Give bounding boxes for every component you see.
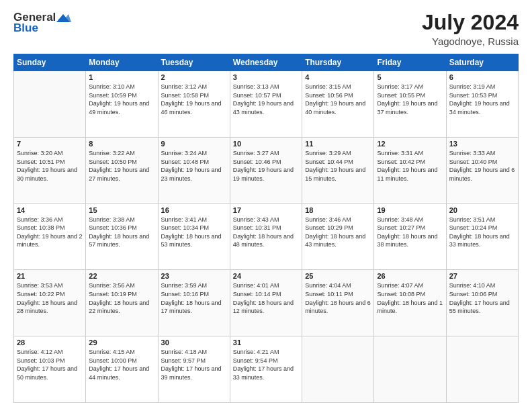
cell-sun-info: Sunrise: 3:41 AM Sunset: 10:34 PM Daylig… bbox=[161, 216, 227, 249]
cell-sun-info: Sunrise: 4:10 AM Sunset: 10:06 PM Daylig… bbox=[449, 281, 515, 315]
cell-sun-info: Sunrise: 4:07 AM Sunset: 10:08 PM Daylig… bbox=[377, 281, 443, 315]
day-number: 2 bbox=[161, 73, 227, 81]
week-row-3: 14Sunrise: 3:36 AM Sunset: 10:38 PM Dayl… bbox=[14, 203, 519, 270]
cell-sun-info: Sunrise: 3:51 AM Sunset: 10:24 PM Daylig… bbox=[449, 216, 515, 249]
calendar-cell: 24Sunrise: 4:01 AM Sunset: 10:14 PM Dayl… bbox=[230, 270, 302, 336]
day-number: 6 bbox=[449, 73, 515, 81]
calendar-cell bbox=[302, 336, 374, 403]
day-number: 7 bbox=[17, 140, 83, 148]
week-row-1: 1Sunrise: 3:10 AM Sunset: 10:59 PM Dayli… bbox=[14, 71, 519, 138]
day-number: 5 bbox=[377, 73, 443, 81]
day-number: 1 bbox=[89, 73, 154, 81]
day-number: 20 bbox=[449, 206, 515, 214]
day-number: 26 bbox=[377, 272, 443, 280]
day-number: 14 bbox=[17, 206, 83, 214]
day-number: 17 bbox=[233, 206, 299, 214]
page: General Blue July 2024 Yagodnoye, Russia… bbox=[0, 0, 532, 411]
logo-icon bbox=[56, 13, 71, 24]
calendar-cell: 29Sunrise: 4:15 AM Sunset: 10:00 PM Dayl… bbox=[86, 336, 158, 403]
cell-sun-info: Sunrise: 3:33 AM Sunset: 10:40 PM Daylig… bbox=[449, 149, 515, 183]
cell-sun-info: Sunrise: 4:12 AM Sunset: 10:03 PM Daylig… bbox=[17, 348, 83, 381]
cell-sun-info: Sunrise: 3:15 AM Sunset: 10:56 PM Daylig… bbox=[305, 83, 371, 116]
logo-blue-text: Blue bbox=[13, 21, 38, 35]
day-number: 3 bbox=[233, 73, 299, 81]
cell-sun-info: Sunrise: 3:48 AM Sunset: 10:27 PM Daylig… bbox=[377, 216, 443, 249]
calendar-cell: 21Sunrise: 3:53 AM Sunset: 10:22 PM Dayl… bbox=[14, 270, 86, 336]
calendar-cell: 4Sunrise: 3:15 AM Sunset: 10:56 PM Dayli… bbox=[302, 71, 374, 138]
calendar-cell: 11Sunrise: 3:29 AM Sunset: 10:44 PM Dayl… bbox=[302, 137, 374, 203]
day-number: 10 bbox=[233, 140, 299, 148]
cell-sun-info: Sunrise: 4:21 AM Sunset: 9:54 PM Dayligh… bbox=[233, 348, 299, 381]
cell-sun-info: Sunrise: 3:27 AM Sunset: 10:46 PM Daylig… bbox=[233, 149, 299, 183]
cell-sun-info: Sunrise: 3:13 AM Sunset: 10:57 PM Daylig… bbox=[233, 83, 299, 116]
day-number: 13 bbox=[449, 140, 515, 148]
col-monday: Monday bbox=[86, 54, 158, 71]
calendar-cell bbox=[14, 71, 86, 138]
col-thursday: Thursday bbox=[302, 54, 374, 71]
cell-sun-info: Sunrise: 3:59 AM Sunset: 10:16 PM Daylig… bbox=[161, 281, 227, 315]
month-year: July 2024 bbox=[422, 11, 519, 34]
calendar-cell: 3Sunrise: 3:13 AM Sunset: 10:57 PM Dayli… bbox=[230, 71, 302, 138]
calendar-cell: 13Sunrise: 3:33 AM Sunset: 10:40 PM Dayl… bbox=[446, 137, 518, 203]
calendar-cell: 9Sunrise: 3:24 AM Sunset: 10:48 PM Dayli… bbox=[158, 137, 230, 203]
day-number: 24 bbox=[233, 272, 299, 280]
calendar-cell: 19Sunrise: 3:48 AM Sunset: 10:27 PM Dayl… bbox=[374, 203, 446, 270]
cell-sun-info: Sunrise: 3:46 AM Sunset: 10:29 PM Daylig… bbox=[305, 216, 371, 249]
day-number: 18 bbox=[305, 206, 371, 214]
calendar-cell: 28Sunrise: 4:12 AM Sunset: 10:03 PM Dayl… bbox=[14, 336, 86, 403]
calendar-header-row: Sunday Monday Tuesday Wednesday Thursday… bbox=[14, 54, 519, 71]
cell-sun-info: Sunrise: 3:17 AM Sunset: 10:55 PM Daylig… bbox=[377, 83, 443, 116]
calendar-cell: 6Sunrise: 3:19 AM Sunset: 10:53 PM Dayli… bbox=[446, 71, 518, 138]
cell-sun-info: Sunrise: 3:29 AM Sunset: 10:44 PM Daylig… bbox=[305, 149, 371, 183]
cell-sun-info: Sunrise: 3:20 AM Sunset: 10:51 PM Daylig… bbox=[17, 149, 83, 183]
calendar-cell: 26Sunrise: 4:07 AM Sunset: 10:08 PM Dayl… bbox=[374, 270, 446, 336]
week-row-4: 21Sunrise: 3:53 AM Sunset: 10:22 PM Dayl… bbox=[14, 270, 519, 336]
calendar-cell: 7Sunrise: 3:20 AM Sunset: 10:51 PM Dayli… bbox=[14, 137, 86, 203]
day-number: 23 bbox=[161, 272, 227, 280]
cell-sun-info: Sunrise: 3:24 AM Sunset: 10:48 PM Daylig… bbox=[161, 149, 227, 183]
day-number: 27 bbox=[449, 272, 515, 280]
calendar-cell: 8Sunrise: 3:22 AM Sunset: 10:50 PM Dayli… bbox=[86, 137, 158, 203]
cell-sun-info: Sunrise: 4:18 AM Sunset: 9:57 PM Dayligh… bbox=[161, 348, 227, 381]
day-number: 21 bbox=[17, 272, 83, 280]
day-number: 4 bbox=[305, 73, 371, 81]
day-number: 8 bbox=[89, 140, 154, 148]
calendar-cell: 14Sunrise: 3:36 AM Sunset: 10:38 PM Dayl… bbox=[14, 203, 86, 270]
cell-sun-info: Sunrise: 3:19 AM Sunset: 10:53 PM Daylig… bbox=[449, 83, 515, 116]
calendar-cell: 31Sunrise: 4:21 AM Sunset: 9:54 PM Dayli… bbox=[230, 336, 302, 403]
day-number: 11 bbox=[305, 140, 371, 148]
cell-sun-info: Sunrise: 3:43 AM Sunset: 10:31 PM Daylig… bbox=[233, 216, 299, 249]
calendar-cell: 20Sunrise: 3:51 AM Sunset: 10:24 PM Dayl… bbox=[446, 203, 518, 270]
calendar-cell: 12Sunrise: 3:31 AM Sunset: 10:42 PM Dayl… bbox=[374, 137, 446, 203]
location: Yagodnoye, Russia bbox=[422, 36, 519, 47]
day-number: 29 bbox=[89, 338, 154, 347]
cell-sun-info: Sunrise: 3:31 AM Sunset: 10:42 PM Daylig… bbox=[377, 149, 443, 183]
week-row-5: 28Sunrise: 4:12 AM Sunset: 10:03 PM Dayl… bbox=[14, 336, 519, 403]
calendar-cell: 30Sunrise: 4:18 AM Sunset: 9:57 PM Dayli… bbox=[158, 336, 230, 403]
logo: General Blue bbox=[13, 11, 72, 35]
col-wednesday: Wednesday bbox=[230, 54, 302, 71]
calendar-cell bbox=[446, 336, 518, 403]
calendar-cell: 10Sunrise: 3:27 AM Sunset: 10:46 PM Dayl… bbox=[230, 137, 302, 203]
day-number: 25 bbox=[305, 272, 371, 280]
calendar-cell: 1Sunrise: 3:10 AM Sunset: 10:59 PM Dayli… bbox=[86, 71, 158, 138]
day-number: 19 bbox=[377, 206, 443, 214]
header: General Blue July 2024 Yagodnoye, Russia bbox=[13, 11, 519, 47]
cell-sun-info: Sunrise: 4:01 AM Sunset: 10:14 PM Daylig… bbox=[233, 281, 299, 315]
cell-sun-info: Sunrise: 4:04 AM Sunset: 10:11 PM Daylig… bbox=[305, 281, 371, 315]
col-tuesday: Tuesday bbox=[158, 54, 230, 71]
col-friday: Friday bbox=[374, 54, 446, 71]
calendar-cell: 18Sunrise: 3:46 AM Sunset: 10:29 PM Dayl… bbox=[302, 203, 374, 270]
calendar-cell: 23Sunrise: 3:59 AM Sunset: 10:16 PM Dayl… bbox=[158, 270, 230, 336]
title-block: July 2024 Yagodnoye, Russia bbox=[422, 11, 519, 47]
day-number: 28 bbox=[17, 338, 83, 347]
calendar-cell: 22Sunrise: 3:56 AM Sunset: 10:19 PM Dayl… bbox=[86, 270, 158, 336]
calendar-cell: 17Sunrise: 3:43 AM Sunset: 10:31 PM Dayl… bbox=[230, 203, 302, 270]
day-number: 30 bbox=[161, 338, 227, 347]
cell-sun-info: Sunrise: 4:15 AM Sunset: 10:00 PM Daylig… bbox=[89, 348, 154, 381]
cell-sun-info: Sunrise: 3:38 AM Sunset: 10:36 PM Daylig… bbox=[89, 216, 154, 249]
calendar-cell: 15Sunrise: 3:38 AM Sunset: 10:36 PM Dayl… bbox=[86, 203, 158, 270]
calendar-cell: 5Sunrise: 3:17 AM Sunset: 10:55 PM Dayli… bbox=[374, 71, 446, 138]
calendar-cell bbox=[374, 336, 446, 403]
cell-sun-info: Sunrise: 3:53 AM Sunset: 10:22 PM Daylig… bbox=[17, 281, 83, 315]
